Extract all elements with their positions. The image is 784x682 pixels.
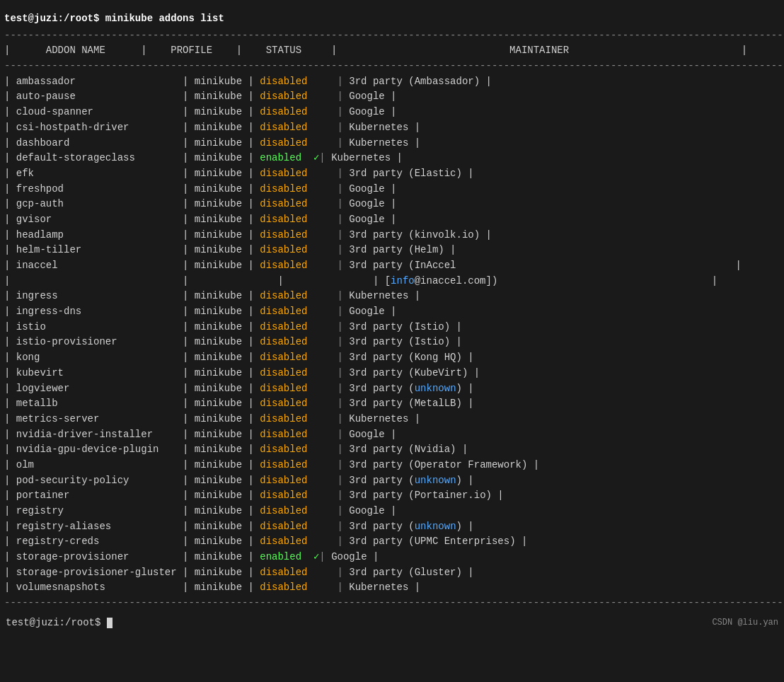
table-row: | metallb | minikube | disabled | 3rd pa… (0, 396, 784, 412)
table-row: | ADDON NAME | PROFILE | STATUS | MAINTA… (0, 43, 784, 59)
top-prompt: test@juzi:/root$ minikube addons list (0, 8, 784, 28)
table-row: | freshpod | minikube | disabled | Googl… (0, 182, 784, 197)
table-row: ----------------------------------------… (0, 59, 784, 74)
cursor (107, 618, 113, 628)
table-row: | ambassador | minikube | disabled | 3rd… (0, 74, 784, 90)
table-row: | gvisor | minikube | disabled | Google … (0, 212, 784, 228)
table-row: | dashboard | minikube | disabled | Kube… (0, 136, 784, 151)
table-row: | storage-provisioner-gluster | minikube… (0, 565, 784, 581)
table-row: | registry | minikube | disabled | Googl… (0, 504, 784, 519)
table-row: | ingress-dns | minikube | disabled | Go… (0, 304, 784, 320)
table-row: | registry-aliases | minikube | disabled… (0, 519, 784, 535)
table-row: | registry-creds | minikube | disabled |… (0, 534, 784, 550)
prompt-text: test@juzi:/root$ minikube addons list (4, 13, 224, 24)
table-row: | metrics-server | minikube | disabled |… (0, 412, 784, 427)
table-row: | istio-provisioner | minikube | disable… (0, 335, 784, 350)
table-row: | auto-pause | minikube | disabled | Goo… (0, 89, 784, 105)
table-row: | nvidia-driver-installer | minikube | d… (0, 427, 784, 443)
table-row: | volumesnapshots | minikube | disabled … (0, 580, 784, 596)
table-row: ----------------------------------------… (0, 28, 784, 44)
watermark: CSDN @liu.yan (712, 616, 778, 630)
table-row: | nvidia-gpu-device-plugin | minikube | … (0, 442, 784, 458)
table-row: | gcp-auth | minikube | disabled | Googl… (0, 197, 784, 212)
table-row: | helm-tiller | minikube | disabled | 3r… (0, 243, 784, 258)
prompt-bottom-text: test@juzi:/root$ (6, 617, 107, 628)
table-row: | portainer | minikube | disabled | 3rd … (0, 488, 784, 504)
table-row: | kong | minikube | disabled | 3rd party… (0, 350, 784, 366)
table-row: | | | | [info@inaccel.com]) | (0, 274, 784, 289)
table-row: | efk | minikube | disabled | 3rd party … (0, 166, 784, 182)
table-row: | pod-security-policy | minikube | disab… (0, 473, 784, 489)
table-row: ----------------------------------------… (0, 596, 784, 611)
table-row: | olm | minikube | disabled | 3rd party … (0, 458, 784, 473)
table-row: | istio | minikube | disabled | 3rd part… (0, 320, 784, 335)
table-row: | headlamp | minikube | disabled | 3rd p… (0, 228, 784, 243)
bottom-bar: test@juzi:/root$ CSDN @liu.yan (0, 613, 784, 634)
table-row: | logviewer | minikube | disabled | 3rd … (0, 381, 784, 397)
bottom-prompt[interactable]: test@juzi:/root$ (6, 615, 113, 631)
table-row: | csi-hostpath-driver | minikube | disab… (0, 120, 784, 136)
table-row: | cloud-spanner | minikube | disabled | … (0, 105, 784, 120)
table-row: | ingress | minikube | disabled | Kubern… (0, 289, 784, 304)
table-row: | inaccel | minikube | disabled | 3rd pa… (0, 258, 784, 274)
table-row: | kubevirt | minikube | disabled | 3rd p… (0, 366, 784, 381)
table-row: | default-storageclass | minikube | enab… (0, 151, 784, 166)
table-row: | storage-provisioner | minikube | enabl… (0, 550, 784, 565)
terminal: test@juzi:/root$ minikube addons list --… (0, 6, 784, 682)
table-container: ----------------------------------------… (0, 28, 784, 611)
